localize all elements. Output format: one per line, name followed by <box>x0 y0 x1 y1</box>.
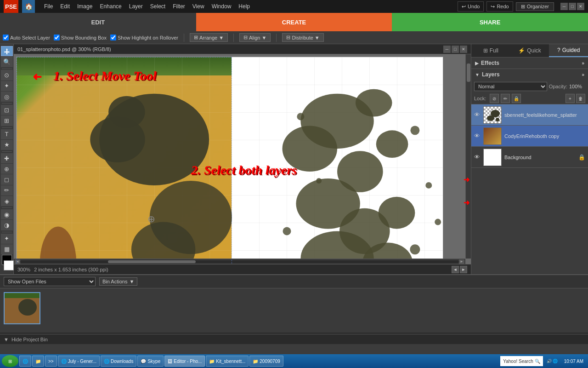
menu-edit[interactable]: Edit <box>57 0 74 13</box>
blur-tool[interactable]: ◉ <box>1 209 13 219</box>
recompose-tool[interactable]: ⊞ <box>1 115 13 126</box>
canvas-close[interactable]: ✕ <box>460 46 467 53</box>
bin-thumbnail-1[interactable] <box>4 292 40 324</box>
delete-layer-btn[interactable]: 🗑 <box>576 94 585 103</box>
layer-lock-icon: 🔒 <box>578 154 585 161</box>
annotation-text2: 2. Select both layers <box>191 163 297 178</box>
undo-button[interactable]: ↩ Undo <box>458 1 484 12</box>
taskbar-kit[interactable]: 📁 Kit_sbennett... <box>206 356 249 367</box>
zoom-tool[interactable]: 🔍 <box>1 57 13 67</box>
taskbar-editor[interactable]: 🖼 Editor - Pho... <box>164 356 205 367</box>
lock-image-btn[interactable]: ✏ <box>501 94 510 103</box>
canvas-maximize[interactable]: □ <box>452 46 459 53</box>
dodge-tool[interactable]: ◑ <box>1 220 13 230</box>
scroll-right-btn[interactable]: ► <box>459 259 464 264</box>
healing-tool[interactable]: ✚ <box>1 153 13 163</box>
taskbar-skype[interactable]: 💬 Skype <box>137 356 164 367</box>
auto-select-check[interactable]: Auto Select Layer <box>3 34 50 40</box>
layers-section-header[interactable]: ▼ Layers » <box>471 69 588 80</box>
tab-quick[interactable]: ⚡ Quick <box>510 44 549 57</box>
scroll-left-btn[interactable]: ◄ <box>15 259 20 264</box>
taskbar-date[interactable]: 📁 20090709 <box>249 356 283 367</box>
layer-visibility-photo[interactable]: 👁 <box>474 132 481 139</box>
menu-image[interactable]: Image <box>74 0 96 13</box>
move-tool[interactable] <box>1 46 13 56</box>
home-icon[interactable]: 🏠 <box>22 0 35 13</box>
create-mode-button[interactable]: CREATE <box>196 13 392 31</box>
taskbar-ie[interactable]: 🌐 <box>19 356 31 367</box>
bounding-box-check[interactable]: Show Bounding Box <box>54 34 107 40</box>
menu-window[interactable]: Window <box>208 0 235 13</box>
lock-all-btn[interactable]: 🔒 <box>512 94 521 103</box>
splatter-thumb-preview <box>484 107 502 124</box>
menu-enhance[interactable]: Enhance <box>96 0 125 13</box>
canvas-dimensions: 2 inches x 1.653 inches (300 ppi) <box>34 267 108 272</box>
menu-help[interactable]: Help <box>235 0 254 13</box>
maximize-button[interactable]: □ <box>569 3 576 10</box>
blend-mode-select[interactable]: Normal <box>474 82 547 91</box>
background-color[interactable] <box>4 260 14 270</box>
bin-actions-button[interactable]: Bin Actions ▼ <box>99 277 137 286</box>
close-button[interactable]: ✕ <box>577 3 584 10</box>
menu-filter[interactable]: Filter <box>169 0 189 13</box>
layer-visibility-background[interactable]: 👁 <box>474 154 481 161</box>
hide-project-bin-bar[interactable]: ▼ Hide Project Bin <box>0 334 588 344</box>
distribute-button[interactable]: ⊟ Distribute ▼ <box>282 33 323 42</box>
prev-page-btn[interactable]: ◄ <box>452 266 459 273</box>
taskbar-july[interactable]: 🌐 July - Gener... <box>58 356 100 367</box>
arrange-button[interactable]: ⊞ Arrange ▼ <box>190 33 228 42</box>
quick-selection-tool[interactable]: ◎ <box>1 92 13 102</box>
effects-header[interactable]: ▶ Effects » <box>471 58 588 69</box>
layer-item-splatter[interactable]: 👁 sbennett_feelslikehome_splatter <box>471 104 588 126</box>
type-tool[interactable]: T <box>1 129 13 139</box>
redo-button[interactable]: ↪ Redo <box>486 1 513 12</box>
horizontal-scrollbar[interactable]: ◄ ► <box>14 259 465 264</box>
next-page-btn[interactable]: ► <box>460 266 467 273</box>
layer-item-photo[interactable]: 👁 CodyErinRehoboth copy <box>471 126 588 147</box>
start-button[interactable]: ⊞ <box>2 355 18 367</box>
layer-visibility-splatter[interactable]: 👁 <box>474 111 481 118</box>
canvas-content: 1. Select Move Tool 2. Select both layer… <box>16 57 443 264</box>
crop-tool[interactable]: ⊡ <box>1 105 13 115</box>
new-layer-btn[interactable]: + <box>565 94 575 103</box>
clone-tool[interactable]: ⊕ <box>1 164 13 174</box>
vertical-scroll-thumb[interactable] <box>467 63 470 82</box>
scroll-thumb[interactable] <box>108 260 196 263</box>
layers-expand-icon: » <box>582 72 584 77</box>
tab-full[interactable]: ⊞ Full <box>471 44 510 57</box>
menu-layer[interactable]: Layer <box>125 0 147 13</box>
fill-tool[interactable]: ◈ <box>1 196 13 206</box>
edit-mode-button[interactable]: EDIT <box>0 13 196 31</box>
canvas-nav-controls: ◄ ► <box>452 266 467 273</box>
undo-label: Undo <box>468 4 480 9</box>
taskbar-downloads[interactable]: 🌐 Downloads <box>101 356 136 367</box>
minimize-button[interactable]: ─ <box>560 3 568 10</box>
eyedropper-tool[interactable]: ✦ <box>1 234 13 244</box>
lasso-tool[interactable]: ⊙ <box>1 70 13 80</box>
lock-transparent-btn[interactable]: ⊘ <box>490 94 499 103</box>
eraser-tool[interactable]: ◻ <box>1 174 13 184</box>
taskbar-more[interactable]: >> <box>45 356 57 367</box>
shape-tool[interactable]: ★ <box>1 140 13 150</box>
organizer-button[interactable]: ⊞ Organizer <box>516 2 554 11</box>
tab-guided[interactable]: ? Guided <box>549 44 588 57</box>
search-label: Yahoo! Search <box>503 359 533 364</box>
brush-tool[interactable]: ✏ <box>1 185 13 196</box>
share-mode-button[interactable]: SHARE <box>392 13 588 31</box>
magic-wand-tool[interactable]: ✦ <box>1 81 13 91</box>
search-icon[interactable]: 🔍 <box>535 359 540 364</box>
align-button[interactable]: ⊟ Align ▼ <box>239 33 271 42</box>
menu-view[interactable]: View <box>189 0 208 13</box>
taskbar: ⊞ 🌐 📁 >> 🌐 July - Gener... 🌐 Downloads 💬… <box>0 354 588 368</box>
taskbar-explorer[interactable]: 📁 <box>32 356 44 367</box>
gradient-tool[interactable]: ▦ <box>1 244 13 254</box>
menu-select[interactable]: Select <box>147 0 169 13</box>
canvas-minimize[interactable]: ─ <box>443 46 451 53</box>
vertical-scrollbar[interactable] <box>465 54 471 259</box>
layer-item-background[interactable]: 👁 Background 🔒 <box>471 147 588 168</box>
menu-file[interactable]: File <box>40 0 57 13</box>
highlight-rollover-check[interactable]: Show Highlight on Rollover <box>110 34 178 40</box>
canvas-scroll-area[interactable]: 1. Select Move Tool 2. Select both layer… <box>14 54 471 264</box>
taskbar-downloads-icon: 🌐 <box>104 359 109 364</box>
show-open-files-select[interactable]: Show Open Files <box>4 277 96 286</box>
